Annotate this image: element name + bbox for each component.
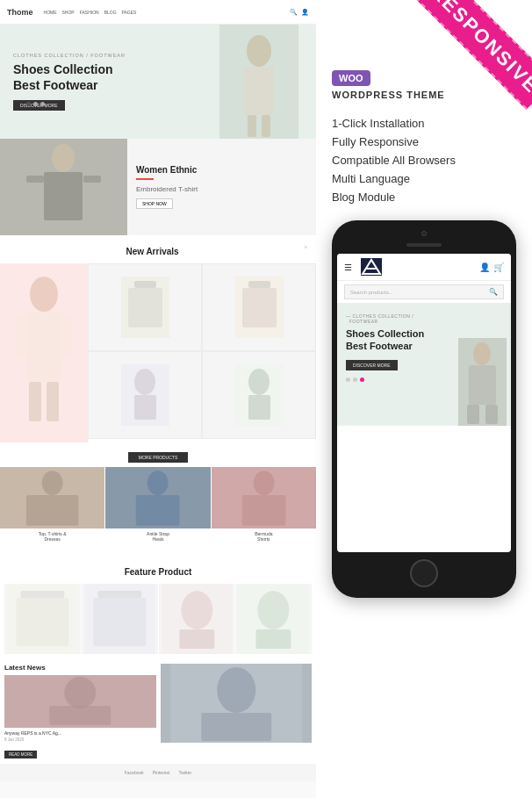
website-preview: Thome HOME SHOP FASHION BLOG PAGES 🔍 👤 C… (0, 0, 316, 798)
news-image-2 (161, 664, 313, 743)
svg-rect-4 (262, 115, 270, 137)
hero-image (219, 25, 298, 139)
svg-point-1 (247, 35, 271, 67)
phone-camera (421, 231, 427, 236)
category-tops: Top, T-shirts &Dresses (0, 467, 104, 550)
category-shorts: BermudaShorts (212, 467, 316, 550)
svg-rect-63 (485, 405, 498, 424)
phone-hero-subtitle: — CLOTHES COLLECTION / FOOTWEAR (346, 313, 502, 324)
hero-banner: CLOTHES COLLECTION / FOOTWEAR Shoes Coll… (0, 25, 316, 139)
news-date: 8 Jan 2020 (4, 737, 156, 742)
svg-rect-28 (248, 395, 270, 420)
svg-rect-14 (61, 314, 72, 358)
feature-label-3: Compatible All Browsers (332, 154, 456, 167)
svg-rect-7 (44, 172, 83, 220)
svg-rect-12 (26, 312, 61, 382)
nav-home: HOME (44, 10, 57, 15)
svg-rect-13 (16, 314, 26, 358)
news-col-2 (161, 664, 313, 759)
news-title: Anyway REPS is a NYC Ag... (4, 730, 156, 736)
feature-label-5: Blog Module (332, 191, 395, 204)
svg-rect-22 (242, 288, 277, 327)
hero-text: CLOTHES COLLECTION / FOOTWEAR Shoes Coll… (13, 53, 126, 111)
svg-point-24 (134, 369, 155, 395)
phone-dot-1 (346, 377, 350, 382)
phone-nav: ☰ 👤 🛒 (337, 254, 511, 281)
women-image (0, 139, 127, 235)
read-more-btn[interactable]: READ MORE (4, 751, 37, 758)
news-col-1: Latest News Anyway REPS is a NYC Ag... 8… (4, 664, 156, 759)
phone-speaker (406, 243, 442, 247)
phone-discover-btn[interactable]: DISCOVER MORE (346, 360, 398, 370)
nav-pages: PAGES (122, 10, 137, 15)
svg-rect-31 (26, 495, 79, 526)
phone-cart-icon: 🛒 (493, 262, 504, 272)
feature-label-4: Multi Language (332, 172, 410, 185)
svg-rect-49 (256, 629, 291, 649)
phone-search-bar[interactable]: Search products... 🔍 (344, 284, 504, 299)
shop-now-btn[interactable]: SHOP NOW (136, 198, 173, 209)
user-icon: 👤 (301, 9, 309, 16)
product-row-1 (88, 263, 316, 351)
news-heading: Latest News (4, 664, 156, 672)
svg-point-33 (147, 471, 169, 495)
svg-rect-18 (134, 281, 156, 288)
svg-point-27 (248, 369, 270, 395)
svg-rect-15 (29, 382, 41, 421)
feature-grid (0, 584, 316, 654)
product-cell-4 (202, 351, 316, 439)
more-products-btn[interactable]: MORE PRODUCTS (128, 452, 188, 463)
more-products-row: MORE PRODUCTS (0, 442, 316, 467)
nav-blog: BLOG (104, 10, 117, 15)
phone-hero: — CLOTHES COLLECTION / FOOTWEAR Shoes Co… (337, 303, 511, 426)
svg-rect-37 (241, 495, 285, 526)
feature-2 (82, 584, 158, 654)
product-cell-3 (88, 351, 202, 439)
category-tops-label: Top, T-shirts &Dresses (39, 531, 67, 542)
phone-logo (361, 258, 382, 276)
svg-rect-52 (49, 706, 111, 725)
category-row: Top, T-shirts &Dresses Ankle StrapHeals (0, 467, 316, 550)
arrivals-nav-col (0, 263, 88, 442)
search-icon: 🔍 (290, 9, 298, 16)
feature-3 (159, 584, 235, 654)
svg-rect-42 (97, 591, 141, 598)
responsive-ribbon: RESPONSIVE (409, 0, 532, 123)
footer-pinterest[interactable]: Pinterest (153, 770, 170, 775)
feature-4 (235, 584, 312, 654)
new-arrivals-header: New Arrivals ≡ (0, 235, 316, 263)
phone-dot-3 (360, 377, 364, 382)
feature-item-4: Multi Language (332, 169, 516, 188)
feature-header: Feature Product (0, 556, 316, 584)
svg-point-11 (30, 277, 58, 312)
phone-home-button[interactable] (410, 559, 438, 587)
women-ethnic-content: Women Ethnic Embroidered T-shirt SHOP NO… (127, 139, 316, 235)
phone-model-image (458, 338, 507, 426)
nav-items: HOME SHOP FASHION BLOG PAGES (44, 10, 137, 15)
footer-twitter[interactable]: Twitter (178, 770, 191, 775)
new-arrivals-grid (0, 263, 316, 442)
phone-dot-2 (353, 377, 357, 382)
svg-rect-43 (93, 598, 146, 646)
feature-1 (4, 584, 81, 654)
latest-news-section: Latest News Anyway REPS is a NYC Ag... 8… (0, 659, 316, 764)
svg-rect-55 (201, 713, 271, 741)
hero-subtitle: CLOTHES COLLECTION / FOOTWEAR (13, 53, 126, 58)
svg-point-36 (253, 471, 274, 495)
feature-heading: Feature Product (125, 567, 192, 577)
footer-facebook[interactable]: Facebook (125, 770, 144, 775)
svg-point-45 (181, 591, 212, 629)
svg-rect-21 (248, 281, 270, 288)
accent-line (136, 178, 154, 180)
hero-dots (26, 102, 45, 106)
hero-title: Shoes CollectionBest Footwear (13, 61, 126, 93)
dot-2 (33, 102, 38, 106)
feature-product-section: Feature Product (0, 550, 316, 659)
woo-logo: WOO (332, 70, 370, 86)
svg-point-60 (473, 342, 491, 365)
phone-nav-icons: 👤 🛒 (479, 262, 504, 272)
svg-rect-16 (47, 382, 59, 421)
category-heals-img (105, 467, 210, 528)
product-cell-1 (88, 263, 202, 351)
nav-shop: SHOP (62, 10, 75, 15)
